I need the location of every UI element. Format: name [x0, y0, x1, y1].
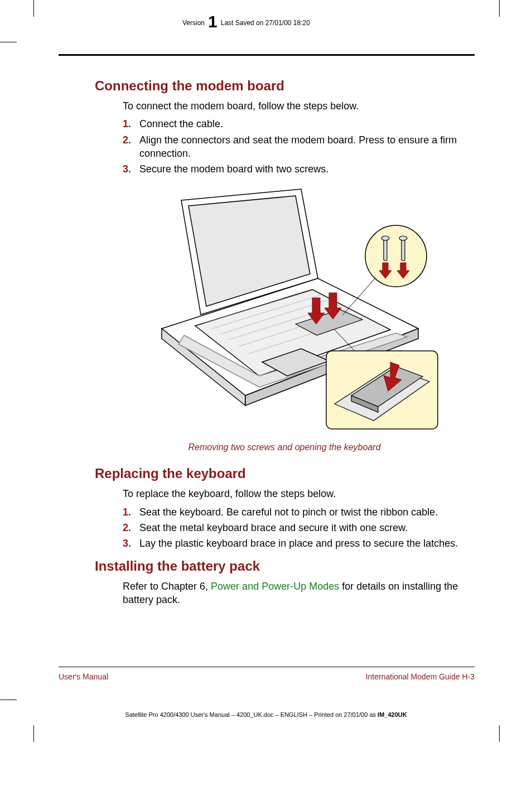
step-text: Connect the cable. [139, 117, 223, 131]
running-header: Version 1 Last Saved on 27/01/00 18:20 [182, 11, 310, 28]
imprint-text: Satellite Pro 4200/4300 User's Manual – … [125, 711, 378, 718]
svg-point-20 [381, 236, 389, 240]
figure-laptop-diagram [128, 184, 441, 435]
page: Version 1 Last Saved on 27/01/00 18:20 C… [0, 0, 532, 786]
crop-mark [33, 725, 34, 742]
intro-text: To replace the keyboard, follow the step… [123, 487, 474, 500]
step-item: 3. Lay the plastic keyboard brace in pla… [123, 537, 474, 550]
heading-installing-battery: Installing the battery pack [95, 558, 474, 574]
version-label: Version [182, 19, 205, 27]
crop-mark [0, 700, 17, 700]
step-number: 2. [123, 133, 133, 147]
top-divider [59, 54, 475, 56]
steps-list: 1. Seat the keyboard. Be careful not to … [123, 505, 474, 551]
footer-right: International Modem Guide H-3 [366, 672, 475, 681]
para-text-pre: Refer to Chapter 6, [123, 581, 211, 592]
step-text: Seat the metal keyboard brace and secure… [139, 521, 408, 534]
body-content: Connecting the modem board To connect th… [95, 78, 474, 611]
svg-point-18 [365, 225, 427, 287]
step-item: 1. Seat the keyboard. Be careful not to … [123, 505, 474, 519]
step-text: Seat the keyboard. Be careful not to pin… [139, 505, 438, 519]
step-item: 2. Align the connectors and seat the mod… [123, 133, 474, 161]
version-number: 1 [208, 13, 217, 30]
step-item: 3. Secure the modem board with two screw… [123, 162, 474, 176]
crop-mark [0, 42, 17, 42]
saved-timestamp: Last Saved on 27/01/00 18:20 [221, 19, 310, 27]
step-text: Secure the modem board with two screws. [139, 162, 328, 176]
step-text: Align the connectors and seat the modem … [139, 133, 474, 161]
heading-connecting-modem: Connecting the modem board [95, 78, 474, 94]
step-text: Lay the plastic keyboard brace in place … [139, 537, 458, 550]
step-item: 2. Seat the metal keyboard brace and sec… [123, 521, 474, 534]
cross-reference-link[interactable]: Power and Power-Up Modes [211, 581, 339, 592]
step-number: 3. [123, 162, 133, 176]
heading-replacing-keyboard: Replacing the keyboard [95, 466, 474, 481]
imprint-line: Satellite Pro 4200/4300 User's Manual – … [0, 711, 532, 718]
step-item: 1. Connect the cable. [123, 117, 474, 131]
intro-text: To connect the modem board, follow the s… [123, 99, 474, 113]
svg-rect-19 [384, 239, 387, 261]
step-number: 2. [123, 521, 133, 534]
steps-list: 1. Connect the cable. 2. Align the conne… [123, 117, 474, 176]
crop-mark [499, 0, 500, 17]
svg-rect-21 [402, 239, 405, 261]
bottom-divider [59, 667, 475, 667]
step-number: 1. [123, 117, 133, 131]
laptop-illustration-svg [128, 184, 441, 435]
figure-caption: Removing two screws and opening the keyb… [95, 442, 474, 452]
crop-mark [499, 725, 500, 742]
battery-paragraph: Refer to Chapter 6, Power and Power-Up M… [123, 580, 474, 607]
step-number: 3. [123, 537, 133, 550]
imprint-code: IM_420UK [378, 711, 407, 718]
svg-point-22 [399, 236, 407, 240]
footer-left: User's Manual [59, 672, 108, 681]
step-number: 1. [123, 505, 133, 519]
crop-mark [33, 0, 34, 17]
